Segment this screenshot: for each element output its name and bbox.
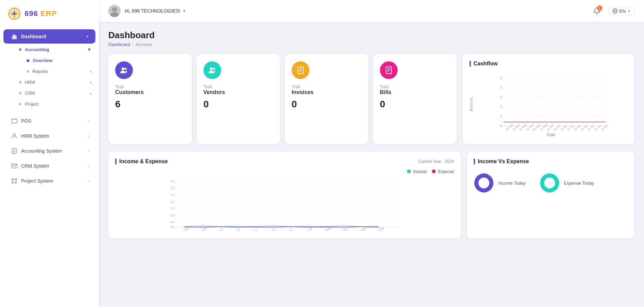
- hrm-system-icon: [11, 133, 18, 139]
- svg-text:23-Apr: 23-Apr: [594, 124, 602, 132]
- topbar-greeting[interactable]: Hi, 696 TECHNOLOGIES! ▼: [125, 8, 587, 14]
- overview-dot: [27, 59, 29, 62]
- accounting-chevron-icon: ▼: [87, 47, 91, 52]
- page-content: Dashboard Dashboard › Account: [99, 22, 644, 307]
- language-selector[interactable]: EN ▼: [609, 6, 634, 15]
- breadcrumb: Dashboard › Account: [108, 42, 634, 47]
- sidebar-item-hrm[interactable]: HRM ›: [16, 77, 96, 88]
- sidebar-item-reports[interactable]: Reports ›: [23, 66, 96, 77]
- svg-point-18: [15, 182, 17, 183]
- crm-label: CRM: [25, 91, 90, 96]
- crm-chevron-icon: ›: [90, 91, 91, 96]
- greeting-chevron-icon: ▼: [182, 9, 186, 13]
- svg-point-31: [210, 67, 213, 70]
- hrm-dot: [19, 81, 21, 83]
- svg-text:1.8: 1.8: [171, 186, 175, 190]
- svg-text:0: 0: [500, 124, 502, 128]
- expense-donut-item: Expense Today: [539, 173, 594, 193]
- svg-text:24-Apr: 24-Apr: [587, 124, 595, 132]
- svg-point-17: [12, 182, 13, 183]
- breadcrumb-separator: ›: [132, 42, 134, 47]
- accounting-system-label: Accounting System: [21, 148, 88, 154]
- main-content: Hi, 696 TECHNOLOGIES! ▼ 9 EN ▼: [99, 0, 644, 307]
- donut-chart-area: Income Today Expense Today: [474, 169, 628, 193]
- sidebar-dashboard-label: Dashboard: [21, 34, 86, 39]
- cashflow-chart-card: Cashflow Amount: [463, 54, 634, 144]
- income-legend-label: Income: [413, 169, 427, 174]
- svg-point-98: [478, 178, 489, 188]
- vendors-icon-bg: [203, 61, 221, 79]
- notification-badge: 9: [597, 5, 602, 11]
- svg-text:July: July: [287, 228, 293, 231]
- income-donut-icon: [474, 173, 494, 193]
- bottom-charts-row: Income & Expense Current Year - 2024 Inc…: [108, 152, 634, 239]
- cashflow-y-label: Amount: [470, 97, 473, 111]
- bills-value: 0: [380, 99, 450, 110]
- breadcrumb-parent[interactable]: Dashboard: [108, 42, 130, 47]
- topbar-right-actions: 9 EN ▼: [591, 5, 634, 17]
- svg-text:28-Apr: 28-Apr: [559, 124, 568, 132]
- svg-point-16: [15, 179, 17, 180]
- customers-label: Total Customers: [115, 82, 185, 95]
- sidebar-item-overview[interactable]: Overview: [23, 55, 96, 66]
- notification-button[interactable]: 9: [591, 5, 603, 17]
- sidebar-item-project-system[interactable]: Project System ›: [3, 174, 95, 188]
- svg-text:0.0: 0.0: [171, 225, 175, 229]
- hrm-label: HRM: [25, 80, 90, 85]
- sidebar-item-project[interactable]: Project: [16, 99, 96, 109]
- avatar: [108, 5, 121, 17]
- accounting-system-chevron-icon: ›: [88, 149, 89, 153]
- bills-icon-bg: [380, 61, 398, 79]
- reports-dot: [27, 70, 29, 73]
- income-today-label: Income Today: [498, 181, 526, 186]
- svg-point-5: [13, 12, 16, 15]
- svg-text:April: April: [233, 228, 240, 231]
- svg-text:2: 2: [500, 105, 502, 109]
- crm-system-icon: [11, 163, 18, 169]
- hrm-system-chevron-icon: ›: [88, 134, 89, 138]
- svg-text:0.4: 0.4: [171, 220, 175, 224]
- svg-text:1: 1: [500, 114, 502, 118]
- customers-total-label: Total: [115, 85, 185, 89]
- stat-card-customers: Total Customers 6: [108, 54, 192, 144]
- language-chevron-icon: ▼: [627, 9, 631, 13]
- page-title: Dashboard: [108, 30, 634, 41]
- topbar: Hi, 696 TECHNOLOGIES! ▼ 9 EN ▼: [99, 0, 644, 22]
- vendors-label: Total Vendors: [203, 82, 273, 95]
- dashboard-chevron-icon: ▼: [86, 34, 89, 39]
- customers-value: 6: [115, 99, 185, 110]
- app-name: 696 ERP: [25, 9, 57, 18]
- svg-point-32: [213, 68, 215, 70]
- hrm-system-label: HRM System: [21, 133, 88, 139]
- stat-card-vendors: Total Vendors 0: [197, 54, 280, 144]
- globe-icon: [612, 8, 618, 14]
- bills-icon: [384, 66, 393, 75]
- bills-name: Bills: [380, 89, 450, 95]
- bills-label: Total Bills: [380, 82, 450, 95]
- cashflow-chart-header: Cashflow: [470, 61, 628, 67]
- sidebar-item-accounting[interactable]: Accounting ▼: [16, 44, 96, 55]
- sidebar-item-crm[interactable]: CRM ›: [16, 88, 96, 98]
- expense-today-label: Expense Today: [564, 181, 594, 186]
- cashflow-x-label: Date: [475, 133, 628, 137]
- sidebar-item-hrm-system[interactable]: HRM System ›: [3, 129, 95, 143]
- svg-text:1.6: 1.6: [171, 193, 175, 197]
- svg-point-24: [112, 7, 117, 12]
- crm-system-label: CRM System: [21, 163, 88, 169]
- income-vs-expense-card: Income Vs Expense Income Today: [467, 152, 634, 239]
- reports-chevron-icon: ›: [90, 69, 91, 74]
- sidebar-item-crm-system[interactable]: CRM System ›: [3, 159, 95, 173]
- income-legend-dot: [407, 170, 411, 173]
- project-system-label: Project System: [21, 178, 88, 184]
- income-expense-title: Income & Expense: [115, 158, 168, 165]
- svg-point-100: [544, 178, 555, 188]
- sidebar-item-accounting-system[interactable]: Accounting System ›: [3, 144, 95, 158]
- stat-card-invoices: Total Invoices 0: [285, 54, 368, 144]
- sidebar-item-dashboard[interactable]: Dashboard ▼: [3, 29, 95, 44]
- income-legend-item: Income: [407, 169, 427, 174]
- sidebar-item-pos[interactable]: POS ›: [3, 114, 95, 128]
- vendors-value: 0: [203, 99, 273, 110]
- cashflow-chart-body: Amount 5 4: [470, 72, 628, 137]
- svg-point-30: [125, 68, 127, 70]
- svg-text:June: June: [269, 228, 276, 231]
